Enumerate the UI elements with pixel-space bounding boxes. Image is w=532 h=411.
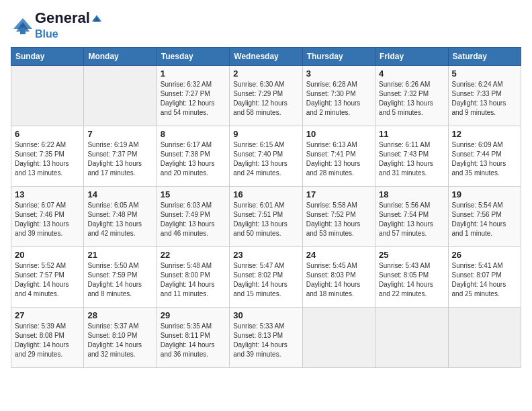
day-number: 6 [15, 129, 80, 139]
calendar-week-1: 1Sunrise: 6:32 AM Sunset: 7:27 PM Daylig… [11, 66, 521, 126]
day-info: Sunrise: 6:30 AM Sunset: 7:29 PM Dayligh… [233, 80, 298, 118]
calendar-week-5: 27Sunrise: 5:39 AM Sunset: 8:08 PM Dayli… [11, 308, 521, 368]
day-info: Sunrise: 6:19 AM Sunset: 7:37 PM Dayligh… [87, 140, 152, 178]
day-number: 14 [87, 189, 152, 199]
day-number: 28 [87, 310, 152, 320]
calendar-week-2: 6Sunrise: 6:22 AM Sunset: 7:35 PM Daylig… [11, 126, 521, 187]
day-info: Sunrise: 5:37 AM Sunset: 8:10 PM Dayligh… [87, 322, 152, 359]
calendar-header-row: SundayMondayTuesdayWednesdayThursdayFrid… [11, 48, 521, 66]
day-number: 10 [306, 129, 371, 139]
logo-icon [11, 15, 35, 36]
day-number: 2 [233, 68, 298, 79]
day-number: 8 [161, 129, 226, 139]
day-number: 22 [161, 250, 226, 260]
calendar-cell: 4Sunrise: 6:26 AM Sunset: 7:32 PM Daylig… [375, 66, 448, 126]
day-number: 4 [379, 68, 444, 79]
header-monday: Monday [84, 48, 157, 66]
day-info: Sunrise: 5:47 AM Sunset: 8:02 PM Dayligh… [233, 261, 298, 299]
page-header: GeneralBlue [11, 11, 521, 40]
calendar-cell: 12Sunrise: 6:09 AM Sunset: 7:44 PM Dayli… [448, 126, 521, 187]
day-number: 29 [161, 310, 226, 320]
calendar-cell: 27Sunrise: 5:39 AM Sunset: 8:08 PM Dayli… [11, 308, 84, 368]
calendar-cell: 2Sunrise: 6:30 AM Sunset: 7:29 PM Daylig… [230, 66, 302, 126]
day-info: Sunrise: 6:11 AM Sunset: 7:43 PM Dayligh… [379, 140, 444, 178]
calendar-cell: 10Sunrise: 6:13 AM Sunset: 7:41 PM Dayli… [302, 126, 375, 187]
day-info: Sunrise: 6:15 AM Sunset: 7:40 PM Dayligh… [233, 140, 298, 178]
calendar-cell: 6Sunrise: 6:22 AM Sunset: 7:35 PM Daylig… [11, 126, 84, 187]
day-number: 25 [379, 250, 444, 260]
day-number: 18 [379, 189, 444, 199]
day-info: Sunrise: 6:05 AM Sunset: 7:48 PM Dayligh… [87, 201, 152, 238]
calendar-cell [375, 308, 448, 368]
calendar-cell: 25Sunrise: 5:43 AM Sunset: 8:05 PM Dayli… [375, 247, 448, 308]
calendar-cell: 16Sunrise: 6:01 AM Sunset: 7:51 PM Dayli… [230, 187, 302, 247]
calendar-cell: 15Sunrise: 6:03 AM Sunset: 7:49 PM Dayli… [157, 187, 229, 247]
day-info: Sunrise: 5:45 AM Sunset: 8:03 PM Dayligh… [306, 261, 371, 299]
day-info: Sunrise: 6:28 AM Sunset: 7:30 PM Dayligh… [306, 80, 371, 118]
calendar-cell: 13Sunrise: 6:07 AM Sunset: 7:46 PM Dayli… [11, 187, 84, 247]
day-number: 1 [161, 68, 226, 79]
day-number: 15 [161, 189, 226, 199]
calendar-cell: 21Sunrise: 5:50 AM Sunset: 7:59 PM Dayli… [84, 247, 157, 308]
calendar-week-4: 20Sunrise: 5:52 AM Sunset: 7:57 PM Dayli… [11, 247, 521, 308]
day-number: 17 [306, 189, 371, 199]
day-number: 12 [452, 129, 517, 139]
header-saturday: Saturday [448, 48, 521, 66]
calendar-cell: 17Sunrise: 5:58 AM Sunset: 7:52 PM Dayli… [302, 187, 375, 247]
calendar-cell: 20Sunrise: 5:52 AM Sunset: 7:57 PM Dayli… [11, 247, 84, 308]
header-sunday: Sunday [11, 48, 84, 66]
calendar-cell: 28Sunrise: 5:37 AM Sunset: 8:10 PM Dayli… [84, 308, 157, 368]
calendar-cell: 18Sunrise: 5:56 AM Sunset: 7:54 PM Dayli… [375, 187, 448, 247]
day-number: 30 [233, 310, 298, 320]
day-number: 5 [452, 68, 517, 79]
day-number: 21 [87, 250, 152, 260]
day-info: Sunrise: 6:32 AM Sunset: 7:27 PM Dayligh… [161, 80, 226, 118]
day-info: Sunrise: 6:03 AM Sunset: 7:49 PM Dayligh… [161, 201, 226, 238]
day-number: 16 [233, 189, 298, 199]
header-friday: Friday [375, 48, 448, 66]
day-info: Sunrise: 5:54 AM Sunset: 7:56 PM Dayligh… [452, 201, 517, 238]
day-info: Sunrise: 5:33 AM Sunset: 8:13 PM Dayligh… [233, 322, 298, 359]
day-info: Sunrise: 5:39 AM Sunset: 8:08 PM Dayligh… [15, 322, 80, 359]
day-number: 23 [233, 250, 298, 260]
logo-text: GeneralBlue [35, 11, 103, 40]
calendar-cell: 3Sunrise: 6:28 AM Sunset: 7:30 PM Daylig… [302, 66, 375, 126]
day-info: Sunrise: 5:48 AM Sunset: 8:00 PM Dayligh… [161, 261, 226, 299]
day-info: Sunrise: 5:41 AM Sunset: 8:07 PM Dayligh… [452, 261, 517, 299]
calendar-cell: 23Sunrise: 5:47 AM Sunset: 8:02 PM Dayli… [230, 247, 302, 308]
day-info: Sunrise: 5:50 AM Sunset: 7:59 PM Dayligh… [87, 261, 152, 299]
day-info: Sunrise: 6:01 AM Sunset: 7:51 PM Dayligh… [233, 201, 298, 238]
svg-rect-3 [20, 28, 26, 34]
day-info: Sunrise: 5:58 AM Sunset: 7:52 PM Dayligh… [306, 201, 371, 238]
calendar-cell: 24Sunrise: 5:45 AM Sunset: 8:03 PM Dayli… [302, 247, 375, 308]
calendar-cell [302, 308, 375, 368]
calendar-cell: 19Sunrise: 5:54 AM Sunset: 7:56 PM Dayli… [448, 187, 521, 247]
day-info: Sunrise: 6:17 AM Sunset: 7:38 PM Dayligh… [161, 140, 226, 178]
day-number: 9 [233, 129, 298, 139]
day-info: Sunrise: 6:07 AM Sunset: 7:46 PM Dayligh… [15, 201, 80, 238]
calendar-cell [84, 66, 157, 126]
day-info: Sunrise: 6:13 AM Sunset: 7:41 PM Dayligh… [306, 140, 371, 178]
day-info: Sunrise: 5:43 AM Sunset: 8:05 PM Dayligh… [379, 261, 444, 299]
calendar-table: SundayMondayTuesdayWednesdayThursdayFrid… [11, 47, 521, 368]
calendar-cell: 8Sunrise: 6:17 AM Sunset: 7:38 PM Daylig… [157, 126, 229, 187]
calendar-cell: 26Sunrise: 5:41 AM Sunset: 8:07 PM Dayli… [448, 247, 521, 308]
day-number: 13 [15, 189, 80, 199]
day-info: Sunrise: 5:52 AM Sunset: 7:57 PM Dayligh… [15, 261, 80, 299]
day-info: Sunrise: 6:24 AM Sunset: 7:33 PM Dayligh… [452, 80, 517, 118]
calendar-cell: 1Sunrise: 6:32 AM Sunset: 7:27 PM Daylig… [157, 66, 229, 126]
day-info: Sunrise: 5:35 AM Sunset: 8:11 PM Dayligh… [161, 322, 226, 359]
day-number: 20 [15, 250, 80, 260]
day-info: Sunrise: 6:22 AM Sunset: 7:35 PM Dayligh… [15, 140, 80, 178]
calendar-cell [11, 66, 84, 126]
calendar-cell: 9Sunrise: 6:15 AM Sunset: 7:40 PM Daylig… [230, 126, 302, 187]
day-number: 11 [379, 129, 444, 139]
day-info: Sunrise: 6:09 AM Sunset: 7:44 PM Dayligh… [452, 140, 517, 178]
calendar-week-3: 13Sunrise: 6:07 AM Sunset: 7:46 PM Dayli… [11, 187, 521, 247]
calendar-cell: 22Sunrise: 5:48 AM Sunset: 8:00 PM Dayli… [157, 247, 229, 308]
day-info: Sunrise: 5:56 AM Sunset: 7:54 PM Dayligh… [379, 201, 444, 238]
day-info: Sunrise: 6:26 AM Sunset: 7:32 PM Dayligh… [379, 80, 444, 118]
day-number: 7 [87, 129, 152, 139]
day-number: 3 [306, 68, 371, 79]
calendar-cell: 14Sunrise: 6:05 AM Sunset: 7:48 PM Dayli… [84, 187, 157, 247]
